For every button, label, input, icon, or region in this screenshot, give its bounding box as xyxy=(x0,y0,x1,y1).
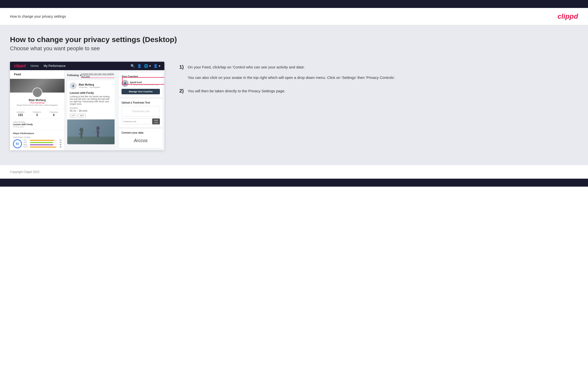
svg-point-5 xyxy=(96,126,100,130)
app-sidebar: Feed 🏌 Blair McHarg Plus Handicap Royal … xyxy=(10,70,65,150)
perf-title: Player Performance xyxy=(13,132,62,135)
player-performance: Player Performance Total Player Quality … xyxy=(10,130,65,150)
manage-coaches-button[interactable]: Manage Your Coaches xyxy=(122,89,160,94)
connect-widget: Connect your data Arccos xyxy=(119,129,162,148)
feed-tab[interactable]: Feed xyxy=(10,70,65,79)
bottom-bar xyxy=(0,179,588,187)
stat-following-label: Following xyxy=(50,111,58,113)
coach-details: David Ford 📍 Royal North Devon Golf Club xyxy=(130,81,159,86)
app-right-sidebar: Your Coaches 👤 David Ford 📍 Royal North … xyxy=(117,70,164,150)
coaches-widget-title: Your Coaches xyxy=(122,75,160,78)
coach-club-name: Royal North Devon Golf Club xyxy=(133,84,159,86)
trackman-placeholder: Trackman Link xyxy=(122,106,160,116)
page-subheading: Choose what you want people to see xyxy=(10,45,578,52)
following-label: Following xyxy=(67,74,79,77)
stat-following: Following 4 xyxy=(50,111,58,117)
top-bar xyxy=(0,0,588,8)
profile-stats: Activities 131 Followers 3 Following 4 xyxy=(10,109,65,119)
coach-club: 📍 Royal North Devon Golf Club xyxy=(130,84,159,86)
coach-avatar: 👤 xyxy=(122,80,129,87)
search-icon[interactable]: 🔍 xyxy=(131,64,135,68)
stat-followers: Followers 3 xyxy=(33,111,41,117)
stat-activities: Activities 131 xyxy=(17,111,25,117)
feed-card-content: Lesson with Fordy Looking to feel like m… xyxy=(67,91,115,119)
connect-widget-title: Connect your data xyxy=(122,131,160,134)
app-label: APP xyxy=(23,142,29,143)
trackman-widget: Upload a Trackman Test Trackman Link Add… xyxy=(119,99,162,127)
coaches-widget: Your Coaches 👤 David Ford 📍 Royal North … xyxy=(119,73,162,97)
putt-label: PUTT xyxy=(23,146,29,148)
copyright: Copyright Clippd 2022 xyxy=(10,170,40,174)
putt-value: 96 xyxy=(58,146,62,148)
profile-name: Blair McHarg xyxy=(12,99,62,102)
instruction-2-text1: You will then be taken directly to the P… xyxy=(188,88,285,94)
feed-card-duration-label: Duration xyxy=(70,107,112,109)
instruction-1-text1: On your Feed, click/tap on 'Control who … xyxy=(188,64,395,70)
main-content: How to change your privacy settings (Des… xyxy=(0,25,588,165)
app-body: Feed 🏌 Blair McHarg Plus Handicap Royal … xyxy=(10,70,164,150)
instruction-1-number: 1) xyxy=(179,64,184,81)
control-link[interactable]: Control who can see your activity and da… xyxy=(81,73,115,78)
nav-link-home[interactable]: Home xyxy=(31,64,39,68)
avatar-icon[interactable]: 👤 ▾ xyxy=(153,64,160,68)
instruction-1: 1) On your Feed, click/tap on 'Control w… xyxy=(179,64,578,81)
quality-circle: 92 xyxy=(13,139,22,148)
instruction-2: 2) You will then be taken directly to th… xyxy=(179,88,578,94)
app-screenshot: clippd Home My Performance 🔍 👤 🌐 ▾ 👤 ▾ F… xyxy=(10,62,164,150)
profile-banner: 🏌 xyxy=(10,79,65,93)
globe-icon[interactable]: 🌐 ▾ xyxy=(144,64,151,68)
latest-activity: Latest Activity Lesson with Fordy 03 Aug… xyxy=(10,119,65,130)
instruction-2-body: You will then be taken directly to the P… xyxy=(188,88,285,94)
app-feed: Following ▾ Control who can see your act… xyxy=(65,70,117,150)
total-quality-label: Total Player Quality xyxy=(13,136,62,138)
feed-user-meta: Yesterday · Sunningdale xyxy=(79,86,100,88)
trackman-input[interactable] xyxy=(122,118,151,124)
app-logo: clippd xyxy=(14,64,26,68)
stat-activities-value: 131 xyxy=(17,113,25,117)
clippd-logo: clippd xyxy=(558,12,578,20)
add-link-button[interactable]: Add Link xyxy=(152,118,160,124)
user-icon[interactable]: 👤 xyxy=(137,64,141,68)
svg-rect-6 xyxy=(97,130,99,137)
coach-item: 👤 David Ford 📍 Royal North Devon Golf Cl… xyxy=(122,80,160,87)
app-value: 85 xyxy=(58,142,62,143)
arg-value: 86 xyxy=(58,144,62,146)
feed-user-name: Blair McHarg xyxy=(79,83,100,86)
instruction-1-text2: You can also click on your avatar in the… xyxy=(188,75,395,81)
instruction-2-number: 2) xyxy=(179,88,184,94)
stat-followers-label: Followers xyxy=(33,111,41,113)
feed-card-image xyxy=(67,119,115,144)
footer: Copyright Clippd 2022 xyxy=(0,165,588,179)
latest-label: Latest Activity xyxy=(13,121,62,123)
feed-avatar: 👤 xyxy=(70,82,77,89)
ott-value: 90 xyxy=(58,139,62,141)
tag-ott: OTT xyxy=(70,114,77,117)
svg-rect-1 xyxy=(67,137,115,144)
feed-card-desc: Looking to feel like my hands are exitin… xyxy=(70,95,112,105)
header: How to change your privacy settings clip… xyxy=(0,8,588,25)
coach-name: David Ford xyxy=(130,81,159,84)
tag-app: APP xyxy=(78,114,86,117)
feed-user-info: Blair McHarg Yesterday · Sunningdale xyxy=(79,83,100,88)
stat-activities-label: Activities xyxy=(17,111,25,113)
avatar: 🏌 xyxy=(32,88,42,98)
feed-card-title: Lesson with Fordy xyxy=(70,91,112,94)
latest-name: Lesson with Fordy xyxy=(13,123,62,126)
nav-link-performance[interactable]: My Performance xyxy=(44,64,65,68)
feed-card-duration: 01 hr : 30 min xyxy=(70,109,112,112)
nav-icons: 🔍 👤 🌐 ▾ 👤 ▾ xyxy=(131,64,160,68)
app-nav: clippd Home My Performance 🔍 👤 🌐 ▾ 👤 ▾ xyxy=(10,62,164,70)
quality-bars: OTT 90 APP 85 ARG xyxy=(23,139,62,148)
following-button[interactable]: Following ▾ xyxy=(67,74,81,77)
trackman-input-row: Add Link xyxy=(122,118,160,124)
header-title: How to change your privacy settings xyxy=(10,14,66,18)
ott-label: OTT xyxy=(23,139,29,141)
feed-card-tags: OTT APP xyxy=(70,114,112,117)
location-icon: 📍 xyxy=(130,84,132,86)
page-heading: How to change your privacy settings (Des… xyxy=(10,35,578,44)
stat-followers-value: 3 xyxy=(33,113,41,117)
feed-card-header: 👤 Blair McHarg Yesterday · Sunningdale xyxy=(67,80,115,91)
profile-club: Royal North Devon Golf Club, United King… xyxy=(12,104,62,106)
latest-date: 03 Aug 2022 xyxy=(13,126,62,128)
arg-label: ARG xyxy=(23,144,29,146)
